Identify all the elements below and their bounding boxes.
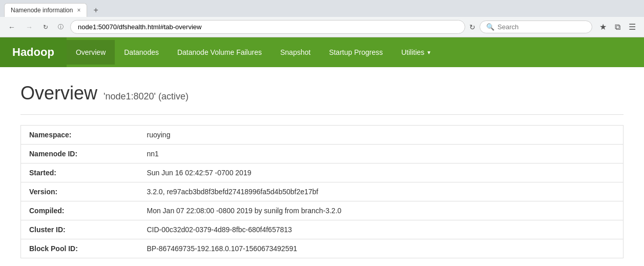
search-icon: 🔍 xyxy=(486,23,494,31)
nav-item-overview[interactable]: Overview xyxy=(67,40,115,65)
nav-item-datanode-volume-failures[interactable]: Datanode Volume Failures xyxy=(168,40,271,65)
table-row: Block Pool ID: BP-867469735-192.168.0.10… xyxy=(21,239,624,258)
bookmark-button[interactable]: ★ xyxy=(596,20,610,34)
menu-button[interactable]: ☰ xyxy=(626,20,639,34)
row-value: BP-867469735-192.168.0.107-1560673492591 xyxy=(139,239,624,258)
browser-chrome: Namenode information × + ← → ↻ ⓘ ↻ 🔍 ★ ⧉… xyxy=(0,0,644,37)
row-label: Namespace: xyxy=(21,126,139,145)
search-wrapper: 🔍 xyxy=(480,21,592,33)
page-title-block: Overview 'node1:8020' (active) xyxy=(20,83,624,104)
pocket-button[interactable]: ⧉ xyxy=(612,20,624,34)
row-value: Sun Jun 16 02:42:57 -0700 2019 xyxy=(139,163,624,182)
nav-item-datanodes[interactable]: Datanodes xyxy=(115,40,168,65)
page-title-subtitle: 'node1:8020' (active) xyxy=(103,91,189,102)
toolbar-icons: ★ ⧉ ☰ xyxy=(596,20,639,34)
new-tab-button[interactable]: + xyxy=(89,4,102,17)
row-value: ruoying xyxy=(139,126,624,145)
nav-item-snapshot[interactable]: Snapshot xyxy=(271,40,320,65)
table-row: Cluster ID: CID-00c32d02-0379-4d89-8fbc-… xyxy=(21,220,624,239)
page-title-main: Overview xyxy=(20,83,97,104)
nav-items: Overview Datanodes Datanode Volume Failu… xyxy=(67,40,441,65)
row-label: Namenode ID: xyxy=(21,145,139,163)
address-bar-row: ← → ↻ ⓘ ↻ 🔍 ★ ⧉ ☰ xyxy=(0,17,644,37)
title-divider xyxy=(20,114,624,115)
row-label: Cluster ID: xyxy=(21,220,139,239)
utilities-dropdown-arrow: ▼ xyxy=(426,50,431,55)
tab-title: Namenode information xyxy=(11,7,73,14)
table-row: Version: 3.2.0, re97acb3bd8f3befd2741899… xyxy=(21,182,624,201)
back-button[interactable]: ← xyxy=(5,21,18,33)
hadoop-brand: Hadoop xyxy=(0,37,67,67)
forward-button[interactable]: → xyxy=(23,21,36,33)
page-content: Overview 'node1:8020' (active) Namespace… xyxy=(0,67,644,266)
row-label: Block Pool ID: xyxy=(21,239,139,258)
table-row: Namenode ID: nn1 xyxy=(21,145,624,163)
active-tab: Namenode information × xyxy=(4,3,87,17)
search-input[interactable] xyxy=(497,23,579,31)
tab-bar: Namenode information × + xyxy=(0,0,644,17)
row-value: 3.2.0, re97acb3bd8f3befd27418996fa5d4b50… xyxy=(139,182,624,201)
address-input[interactable] xyxy=(70,20,465,34)
tab-close-button[interactable]: × xyxy=(77,7,80,14)
reload-button[interactable]: ↻ xyxy=(469,23,475,31)
row-label: Compiled: xyxy=(21,201,139,220)
row-value: Mon Jan 07 22:08:00 -0800 2019 by sunilg… xyxy=(139,201,624,220)
row-value: nn1 xyxy=(139,145,624,163)
table-row: Started: Sun Jun 16 02:42:57 -0700 2019 xyxy=(21,163,624,182)
info-table: Namespace: ruoying Namenode ID: nn1 Star… xyxy=(20,125,624,258)
nav-item-startup-progress[interactable]: Startup Progress xyxy=(320,40,392,65)
info-button[interactable]: ⓘ xyxy=(55,22,66,32)
row-value: CID-00c32d02-0379-4d89-8fbc-680f4f657813 xyxy=(139,220,624,239)
row-label: Started: xyxy=(21,163,139,182)
home-button[interactable]: ↻ xyxy=(40,22,51,33)
hadoop-nav: Hadoop Overview Datanodes Datanode Volum… xyxy=(0,37,644,67)
table-row: Namespace: ruoying xyxy=(21,126,624,145)
row-label: Version: xyxy=(21,182,139,201)
nav-item-utilities[interactable]: Utilities ▼ xyxy=(392,40,441,65)
table-row: Compiled: Mon Jan 07 22:08:00 -0800 2019… xyxy=(21,201,624,220)
